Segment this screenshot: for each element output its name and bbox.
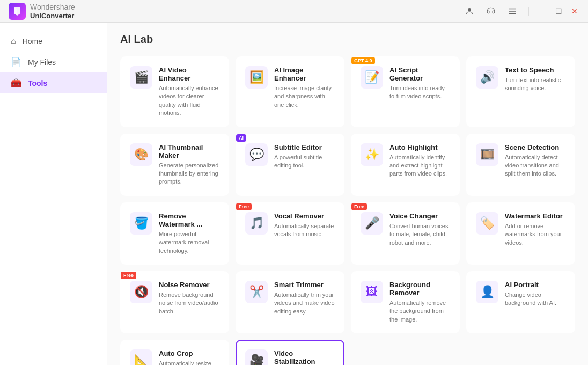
logo-icon [9,3,26,20]
maximize-button[interactable]: ☐ [554,6,563,16]
tools-grid: 🎬 AI Video Enhancer Automatically enhanc… [120,56,575,365]
background-remover-desc: Automatically remove the background from… [389,299,450,324]
scene-detection-info: Scene Detection Automatically detect vid… [505,143,565,178]
tool-card-ai-script-generator[interactable]: GPT 4.0 📝 AI Script Generator Turn ideas… [351,56,460,127]
tool-card-vocal-remover[interactable]: Free 🎵 Vocal Remover Automatically separ… [236,202,344,265]
vocal-remover-icon: 🎵 [245,212,268,235]
auto-crop-desc: Automatically resize videos for differen… [159,360,219,365]
app-logo: Wondershare UniConverter [9,3,75,20]
ai-script-generator-icon: 📝 [361,66,383,89]
subtitle-editor-desc: A powerful subtitle editing tool. [274,154,335,170]
headset-icon[interactable] [483,4,498,19]
vocal-remover-info: Vocal Remover Automatically separate voc… [274,212,335,239]
ai-video-enhancer-info: AI Video Enhancer Automatically enhance … [159,66,219,118]
auto-highlight-desc: Automatically identify and extract highl… [389,154,450,178]
video-stabilization-name: Video Stabilization [274,349,335,365]
page-title: AI Lab [120,33,575,46]
home-icon: ⌂ [11,36,16,46]
watermark-editor-icon: 🏷️ [476,212,498,235]
ai-video-enhancer-icon: 🎬 [130,66,152,89]
text-to-speech-info: Text to Speech Turn text into realistic … [505,66,565,93]
ai-thumbnail-maker-desc: Generate personalized thumbnails by ente… [159,162,219,186]
tool-card-ai-portrait[interactable]: 👤 AI Portrait Change video background wi… [466,271,575,333]
subtitle-editor-info: Subtitle Editor A powerful subtitle edit… [274,143,335,170]
ai-video-enhancer-desc: Automatically enhance videos for clearer… [159,84,219,118]
tool-card-smart-trimmer[interactable]: ✂️ Smart Trimmer Automatically trim your… [236,271,344,333]
sidebar-item-tools[interactable]: 🧰 Tools [0,72,107,93]
tool-card-remove-watermark[interactable]: 🪣 Remove Watermark ... More powerful wat… [120,202,229,265]
ai-portrait-icon: 👤 [476,281,498,303]
tool-card-background-remover[interactable]: 🖼 Background Remover Automatically remov… [351,271,460,333]
user-icon[interactable] [462,4,477,19]
sidebar-label: Home [23,37,42,46]
voice-changer-name: Voice Changer [389,212,450,220]
remove-watermark-info: Remove Watermark ... More powerful water… [159,212,219,255]
tools-icon: 🧰 [11,78,21,88]
tool-card-voice-changer[interactable]: Free 🎤 Voice Changer Convert human voice… [351,202,460,265]
noise-remover-info: Noise Remover Remove background noise fr… [159,281,219,316]
watermark-editor-name: Watermark Editor [505,212,565,220]
noise-remover-name: Noise Remover [159,281,219,289]
subtitle-editor-name: Subtitle Editor [274,143,335,151]
ai-script-generator-desc: Turn ideas into ready-to-film video scri… [389,84,450,101]
tool-card-ai-thumbnail-maker[interactable]: 🎨 AI Thumbnail Maker Generate personaliz… [120,134,229,196]
badge-free: Free [121,272,136,279]
remove-watermark-icon: 🪣 [130,212,152,235]
ai-thumbnail-maker-name: AI Thumbnail Maker [159,143,219,159]
tool-card-video-stabilization[interactable]: 🎥 Video Stabilization Solve the problem … [236,340,344,365]
scene-detection-icon: 🎞️ [476,143,498,166]
auto-crop-name: Auto Crop [159,349,219,357]
ai-thumbnail-maker-icon: 🎨 [130,143,152,166]
myfiles-icon: 📄 [11,57,21,67]
ai-portrait-name: AI Portrait [505,281,565,289]
tool-card-text-to-speech[interactable]: 🔊 Text to Speech Turn text into realisti… [466,56,575,127]
ai-image-enhancer-info: AI Image Enhancer Increase image clarity… [274,66,335,109]
tool-card-ai-video-enhancer[interactable]: 🎬 AI Video Enhancer Automatically enhanc… [120,56,229,127]
auto-highlight-info: Auto Highlight Automatically identify an… [389,143,450,178]
video-stabilization-info: Video Stabilization Solve the problem of… [274,349,335,365]
close-button[interactable]: ✕ [570,6,579,16]
smart-trimmer-info: Smart Trimmer Automatically trim your vi… [274,281,335,316]
voice-changer-icon: 🎤 [361,212,383,235]
tool-card-auto-crop[interactable]: 📐 Auto Crop Automatically resize videos … [120,340,229,365]
auto-highlight-icon: ✨ [361,143,383,166]
ai-image-enhancer-desc: Increase image clarity and sharpness wit… [274,84,335,109]
sidebar-label: My Files [28,58,56,67]
tool-card-noise-remover[interactable]: Free 🔇 Noise Remover Remove background n… [120,271,229,333]
tool-card-ai-image-enhancer[interactable]: 🖼️ AI Image Enhancer Increase image clar… [236,56,344,127]
text-to-speech-desc: Turn text into realistic sounding voice. [505,76,565,93]
background-remover-info: Background Remover Automatically remove … [389,281,450,324]
badge-free: Free [351,203,367,210]
minimize-button[interactable]: — [538,6,547,16]
noise-remover-icon: 🔇 [130,281,152,303]
title-bar: Wondershare UniConverter — ☐ ✕ [0,0,588,23]
background-remover-icon: 🖼 [361,281,383,303]
ai-image-enhancer-icon: 🖼️ [245,66,268,89]
sidebar-item-myfiles[interactable]: 📄 My Files [0,52,107,72]
subtitle-editor-icon: 💬 [245,143,268,166]
menu-icon[interactable] [505,4,520,19]
ai-script-generator-info: AI Script Generator Turn ideas into read… [389,66,450,101]
smart-trimmer-name: Smart Trimmer [274,281,335,289]
scene-detection-name: Scene Detection [505,143,565,151]
content-area: AI Lab 🎬 AI Video Enhancer Automatically… [107,23,588,365]
text-to-speech-icon: 🔊 [476,66,498,89]
ai-portrait-info: AI Portrait Change video background with… [505,281,565,308]
sidebar-item-home[interactable]: ⌂ Home [0,31,107,52]
watermark-editor-info: Watermark Editor Add or remove watermark… [505,212,565,247]
tool-card-subtitle-editor[interactable]: AI 💬 Subtitle Editor A powerful subtitle… [236,134,344,196]
tool-card-watermark-editor[interactable]: 🏷️ Watermark Editor Add or remove waterm… [466,202,575,265]
text-to-speech-name: Text to Speech [505,66,565,74]
app-body: ⌂ Home 📄 My Files 🧰 Tools AI Lab 🎬 AI Vi… [0,23,588,365]
auto-highlight-name: Auto Highlight [389,143,450,151]
remove-watermark-name: Remove Watermark ... [159,212,219,228]
voice-changer-info: Voice Changer Convert human voices to ma… [389,212,450,247]
ai-script-generator-name: AI Script Generator [389,66,450,82]
remove-watermark-desc: More powerful watermark removal technolo… [159,230,219,255]
smart-trimmer-icon: ✂️ [245,281,268,303]
title-bar-controls: — ☐ ✕ [462,4,579,19]
tool-card-auto-highlight[interactable]: ✨ Auto Highlight Automatically identify … [351,134,460,196]
ai-portrait-desc: Change video background with AI. [505,291,565,308]
sidebar: ⌂ Home 📄 My Files 🧰 Tools [0,23,107,365]
tool-card-scene-detection[interactable]: 🎞️ Scene Detection Automatically detect … [466,134,575,196]
